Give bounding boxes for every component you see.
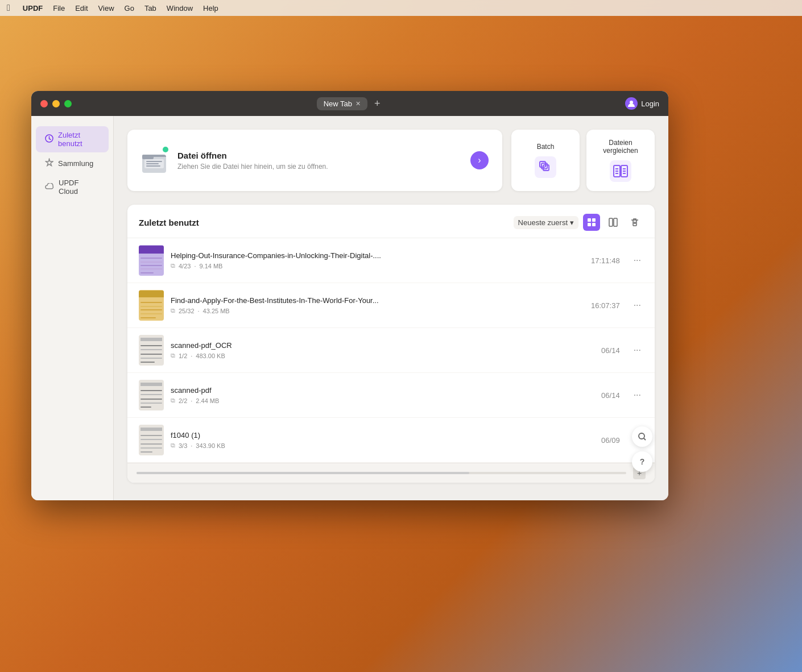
menu-tab[interactable]: Tab [144, 4, 156, 13]
window-body: Zuletzt benutzt Sammlung UPDF Cloud [31, 116, 668, 500]
help-float-button[interactable]: ? [632, 451, 652, 472]
file-pages: 1/2 [179, 352, 187, 359]
file-info: scanned-pdf ⧉ 2/2 · 2.44 MB [171, 386, 594, 404]
menu-go[interactable]: Go [125, 4, 134, 13]
file-date: 16:07:37 [591, 301, 625, 310]
arrow-right-icon: › [478, 155, 481, 165]
file-icon-wrapper [141, 147, 168, 174]
menu-help[interactable]: Help [203, 4, 218, 13]
file-open-title: Datei öffnen [177, 151, 328, 160]
delete-button[interactable] [626, 214, 643, 231]
file-thumbnail [139, 425, 164, 455]
file-size: 2.44 MB [196, 397, 219, 404]
recent-section: Zuletzt benutzt Neueste zuerst ▾ [127, 205, 655, 483]
scrollbar-thumb[interactable] [137, 472, 469, 474]
apple-menu[interactable]:  [7, 3, 10, 13]
batch-icon [535, 156, 556, 178]
batch-card[interactable]: Batch [511, 130, 580, 191]
svg-rect-9 [541, 163, 547, 169]
more-options-icon[interactable]: ··· [631, 298, 643, 313]
sidebar-item-collection[interactable]: Sammlung [36, 154, 109, 173]
svg-rect-7 [146, 165, 160, 167]
sidebar-item-recent-label: Zuletzt benutzt [58, 131, 100, 148]
recent-controls: Neueste zuerst ▾ [514, 214, 643, 231]
file-size: 343.90 KB [196, 442, 225, 449]
more-options-icon[interactable]: ··· [631, 253, 643, 268]
compare-icon [610, 160, 631, 182]
file-meta: ⧉ 1/2 · 483.00 KB [171, 352, 594, 359]
file-meta: ⧉ 3/3 · 343.90 KB [171, 442, 594, 449]
sidebar-item-cloud-label: UPDF Cloud [59, 179, 100, 196]
sort-dropdown[interactable]: Neueste zuerst ▾ [514, 216, 578, 229]
file-pages: 3/3 [179, 442, 187, 449]
file-thumbnail [139, 245, 164, 276]
grid-large-view-button[interactable] [605, 214, 622, 231]
menu-view[interactable]: View [98, 4, 114, 13]
file-thumbnail [139, 380, 164, 410]
list-item[interactable]: Helping-Out-Insurance-Companies-in-Unloc… [127, 238, 655, 283]
sort-label: Neueste zuerst [518, 218, 568, 227]
sidebar-item-cloud[interactable]: UPDF Cloud [36, 174, 109, 200]
svg-point-27 [639, 433, 644, 439]
list-item[interactable]: scanned-pdf ⧉ 2/2 · 2.44 MB 06/14 ··· [127, 373, 655, 418]
file-open-left: Datei öffnen Ziehen Sie die Datei hier h… [141, 147, 328, 174]
pages-icon: ⧉ [171, 442, 175, 449]
menu-file[interactable]: File [53, 4, 65, 13]
floating-buttons: ? [632, 426, 652, 472]
file-size: 483.00 KB [196, 352, 225, 359]
close-button[interactable] [40, 100, 48, 107]
file-info: scanned-pdf_OCR ⧉ 1/2 · 483.00 KB [171, 341, 594, 359]
login-button[interactable]: Login [625, 97, 659, 110]
maximize-button[interactable] [64, 100, 72, 107]
file-name: scanned-pdf [171, 386, 594, 395]
file-info: Helping-Out-Insurance-Companies-in-Unloc… [171, 251, 584, 269]
menu-updf[interactable]: UPDF [23, 4, 43, 13]
list-item[interactable]: f1040 (1) ⧉ 3/3 · 343.90 KB 06/09 ··· [127, 418, 655, 463]
file-pages: 4/23 [179, 263, 191, 269]
clock-icon [45, 134, 53, 144]
svg-rect-5 [146, 161, 162, 162]
pages-icon: ⧉ [171, 262, 175, 269]
file-meta: ⧉ 4/23 · 9.14 MB [171, 262, 584, 269]
file-open-text: Datei öffnen Ziehen Sie die Datei hier h… [177, 151, 328, 171]
svg-rect-6 [146, 163, 159, 164]
star-icon [45, 158, 53, 168]
tab-bar: New Tab ✕ + [76, 97, 621, 110]
svg-rect-20 [592, 218, 596, 222]
file-info: Find-and-Apply-For-the-Best-Institutes-I… [171, 296, 584, 314]
main-content: Datei öffnen Ziehen Sie die Datei hier h… [114, 116, 668, 500]
file-pages: 2/2 [179, 397, 187, 404]
minimize-button[interactable] [52, 100, 60, 107]
compare-card[interactable]: Dateien vergleichen [586, 130, 655, 191]
file-open-card[interactable]: Datei öffnen Ziehen Sie die Datei hier h… [127, 130, 502, 191]
login-label: Login [641, 99, 659, 108]
tab-close-icon[interactable]: ✕ [355, 100, 361, 107]
app-window: New Tab ✕ + Login [31, 91, 668, 500]
pages-icon: ⧉ [171, 352, 175, 359]
file-size: 43.25 MB [203, 308, 230, 314]
file-name: Helping-Out-Insurance-Companies-in-Unloc… [171, 251, 584, 260]
list-item[interactable]: scanned-pdf_OCR ⧉ 1/2 · 483.00 KB 06/14 … [127, 328, 655, 373]
search-float-button[interactable] [632, 426, 652, 447]
grid-small-view-button[interactable] [583, 214, 600, 231]
feature-cards: Batch Dateien vergleichen [511, 130, 655, 191]
svg-rect-3 [142, 155, 154, 159]
list-item[interactable]: Find-and-Apply-For-the-Best-Institutes-I… [127, 283, 655, 328]
help-icon: ? [640, 457, 645, 466]
current-tab[interactable]: New Tab ✕ [317, 97, 367, 110]
more-options-icon[interactable]: ··· [631, 388, 643, 403]
compare-title: Dateien vergleichen [596, 139, 646, 155]
file-name: Find-and-Apply-For-the-Best-Institutes-I… [171, 296, 584, 305]
avatar [625, 97, 638, 110]
menu-window[interactable]: Window [167, 4, 193, 13]
new-tab-icon[interactable]: + [374, 98, 381, 110]
sidebar-item-recent[interactable]: Zuletzt benutzt [36, 126, 109, 152]
more-options-icon[interactable]: ··· [631, 343, 643, 358]
file-pages: 25/32 [179, 308, 195, 314]
file-name: f1040 (1) [171, 431, 594, 439]
file-thumbnail [139, 290, 164, 321]
file-open-button[interactable]: › [470, 151, 489, 169]
chevron-down-icon: ▾ [570, 218, 574, 227]
menu-edit[interactable]: Edit [75, 4, 88, 13]
svg-rect-24 [614, 218, 617, 226]
